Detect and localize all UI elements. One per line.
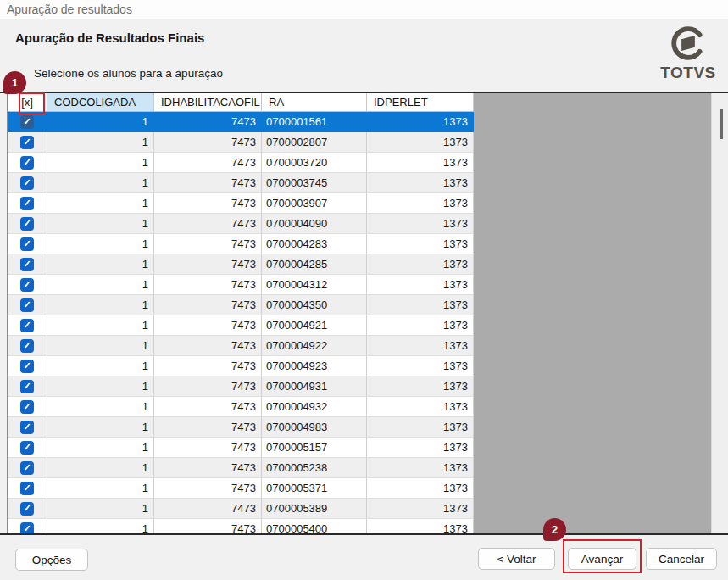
cell-idhabilitacaofil: 7473 — [154, 356, 262, 376]
table-row[interactable]: ✓1747307000028071373 — [8, 132, 474, 153]
options-button[interactable]: Opções — [15, 549, 88, 571]
row-checkbox[interactable]: ✓ — [20, 237, 34, 251]
cell-ra: 0700004932 — [262, 397, 367, 417]
row-checkbox[interactable]: ✓ — [20, 461, 34, 475]
table-row[interactable]: ✓1747307000052381373 — [8, 458, 474, 478]
cell-idhabilitacaofil: 7473 — [154, 519, 262, 533]
cell-codcoligada: 1 — [47, 193, 154, 214]
cell-ra: 0700001561 — [262, 112, 367, 132]
row-checkbox[interactable]: ✓ — [20, 136, 34, 149]
row-checkbox-cell: ✓ — [8, 356, 47, 376]
cell-codcoligada: 1 — [47, 458, 154, 478]
table-body: ✓1747307000015611373✓1747307000028071373… — [8, 112, 712, 533]
table-row[interactable]: ✓1747307000015611373 — [8, 112, 474, 132]
column-header-codcoligada[interactable]: CODCOLIGADA — [47, 93, 154, 112]
annotation-box-select-all — [19, 92, 45, 114]
cell-codcoligada: 1 — [47, 275, 154, 295]
table-row[interactable]: ✓1747307000039071373 — [8, 193, 474, 214]
cell-idperlet: 1373 — [367, 478, 474, 499]
row-checkbox[interactable]: ✓ — [20, 115, 34, 129]
column-header-idperlet[interactable]: IDPERLET — [367, 93, 474, 112]
cell-ra: 0700004931 — [262, 376, 367, 397]
column-header-idhabilitacaofil[interactable]: IDHABILITACAOFIL — [154, 93, 262, 112]
vertical-scrollbar[interactable] — [711, 93, 728, 533]
row-checkbox[interactable]: ✓ — [20, 156, 34, 170]
row-checkbox[interactable]: ✓ — [20, 360, 34, 373]
row-checkbox[interactable]: ✓ — [20, 197, 34, 210]
table-row[interactable]: ✓1747307000051571373 — [8, 438, 474, 458]
column-header-ra[interactable]: RA — [262, 93, 367, 112]
cell-idhabilitacaofil: 7473 — [154, 254, 262, 275]
table-row[interactable]: ✓1747307000053891373 — [8, 499, 474, 519]
row-checkbox[interactable]: ✓ — [20, 278, 34, 292]
back-button[interactable]: < Voltar — [478, 548, 555, 570]
row-checkbox-cell: ✓ — [8, 499, 47, 519]
table-row[interactable]: ✓1747307000049831373 — [8, 417, 474, 438]
row-checkbox[interactable]: ✓ — [20, 319, 34, 332]
cell-idperlet: 1373 — [367, 275, 474, 295]
table-row[interactable]: ✓1747307000054001373 — [8, 519, 474, 533]
cell-ra: 0700004312 — [262, 275, 367, 295]
row-checkbox-cell: ✓ — [8, 112, 47, 132]
table-row[interactable]: ✓1747307000049211373 — [8, 315, 474, 336]
cell-idhabilitacaofil: 7473 — [154, 275, 262, 295]
table-row[interactable]: ✓1747307000049231373 — [8, 356, 474, 376]
cell-codcoligada: 1 — [47, 214, 154, 234]
cell-idperlet: 1373 — [367, 417, 474, 438]
cell-idhabilitacaofil: 7473 — [154, 112, 262, 132]
row-checkbox[interactable]: ✓ — [20, 298, 34, 312]
row-checkbox[interactable]: ✓ — [20, 421, 34, 434]
row-checkbox[interactable]: ✓ — [20, 502, 34, 516]
row-checkbox[interactable]: ✓ — [20, 482, 34, 495]
row-checkbox[interactable]: ✓ — [20, 176, 34, 190]
check-icon: ✓ — [23, 422, 31, 432]
cell-idperlet: 1373 — [367, 153, 474, 173]
window-title: Apuração de resultados — [7, 3, 132, 16]
cell-idhabilitacaofil: 7473 — [154, 417, 262, 438]
cell-codcoligada: 1 — [47, 112, 154, 132]
row-checkbox[interactable]: ✓ — [20, 380, 34, 393]
cell-codcoligada: 1 — [47, 132, 154, 153]
table-row[interactable]: ✓1747307000037201373 — [8, 153, 474, 173]
check-icon: ✓ — [23, 117, 31, 126]
row-checkbox[interactable]: ✓ — [20, 217, 34, 231]
row-checkbox-cell: ✓ — [8, 417, 47, 438]
row-checkbox[interactable]: ✓ — [20, 400, 34, 414]
scrollbar-thumb[interactable] — [720, 109, 723, 139]
cell-idhabilitacaofil: 7473 — [154, 295, 262, 315]
cell-idperlet: 1373 — [367, 519, 474, 533]
cell-idperlet: 1373 — [367, 193, 474, 214]
cancel-button[interactable]: Cancelar — [646, 548, 717, 570]
table-row[interactable]: ✓1747307000053711373 — [8, 478, 474, 499]
row-checkbox-cell: ✓ — [8, 234, 47, 254]
table-row[interactable]: ✓1747307000037451373 — [8, 173, 474, 193]
table-row[interactable]: ✓1747307000049321373 — [8, 397, 474, 417]
page-title: Apuração de Resultados Finais — [15, 31, 204, 45]
table-row[interactable]: ✓1747307000040901373 — [8, 214, 474, 234]
cell-idhabilitacaofil: 7473 — [154, 438, 262, 458]
cell-idhabilitacaofil: 7473 — [154, 376, 262, 397]
row-checkbox[interactable]: ✓ — [20, 258, 34, 271]
cell-ra: 0700003720 — [262, 153, 367, 173]
cell-idhabilitacaofil: 7473 — [154, 153, 262, 173]
check-icon: ✓ — [23, 158, 31, 167]
row-checkbox[interactable]: ✓ — [20, 522, 34, 534]
cell-idhabilitacaofil: 7473 — [154, 499, 262, 519]
table-row[interactable]: ✓1747307000042851373 — [8, 254, 474, 275]
table-row[interactable]: ✓1747307000049221373 — [8, 336, 474, 356]
row-checkbox-cell: ✓ — [8, 336, 47, 356]
cell-ra: 0700005400 — [262, 519, 367, 533]
table-row[interactable]: ✓1747307000042831373 — [8, 234, 474, 254]
cell-codcoligada: 1 — [47, 173, 154, 193]
row-checkbox[interactable]: ✓ — [20, 441, 34, 455]
check-icon: ✓ — [23, 219, 31, 228]
cell-ra: 0700004922 — [262, 336, 367, 356]
check-icon: ✓ — [23, 198, 31, 208]
table-row[interactable]: ✓1747307000049311373 — [8, 376, 474, 397]
table-row[interactable]: ✓1747307000043501373 — [8, 295, 474, 315]
table-row[interactable]: ✓1747307000043121373 — [8, 275, 474, 295]
check-icon: ✓ — [23, 504, 31, 513]
students-table: [x] CODCOLIGADA IDHABILITACAOFIL RA IDPE… — [7, 93, 712, 533]
row-checkbox[interactable]: ✓ — [20, 339, 34, 353]
cell-idperlet: 1373 — [367, 356, 474, 376]
